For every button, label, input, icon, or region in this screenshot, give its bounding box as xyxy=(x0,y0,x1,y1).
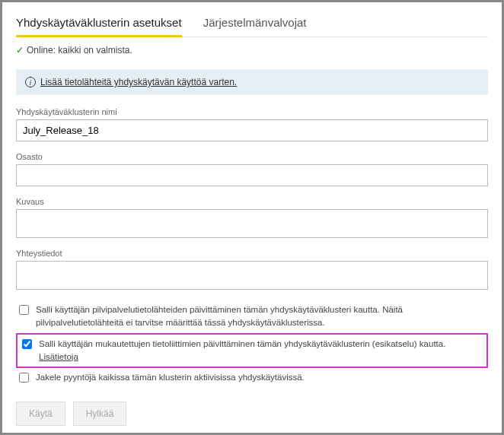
cluster-name-label: Yhdyskäytäväklusterin nimi xyxy=(16,107,488,116)
cluster-name-input[interactable] xyxy=(16,119,488,141)
contact-label: Yhteystiedot xyxy=(16,249,488,258)
infobar: i Lisää tietolähteitä yhdyskäytävän käyt… xyxy=(16,69,488,95)
learn-more-link[interactable]: Lisätietoja xyxy=(39,352,78,361)
description-label: Kuvaus xyxy=(16,197,488,206)
status-row: ✓Online: kaikki on valmista. xyxy=(16,45,488,56)
status-text: Online: kaikki on valmista. xyxy=(27,45,132,56)
check-icon: ✓ xyxy=(16,45,24,56)
tabs: Yhdyskäytäväklusterin asetukset Järjeste… xyxy=(16,13,488,37)
info-icon: i xyxy=(25,77,36,87)
checkbox-cloud-label: Salli käyttäjän pilvipalvelutietolähteid… xyxy=(36,303,488,330)
tab-admins[interactable]: Järjestelmänvalvojat xyxy=(203,13,307,37)
infobar-link[interactable]: Lisää tietolähteitä yhdyskäytävän käyttö… xyxy=(40,77,237,87)
checkbox-distribute-label: Jakele pyyntöjä kaikissa tämän klusterin… xyxy=(36,371,305,384)
checkbox-custom-label: Salli käyttäjän mukautettujen tietoliitt… xyxy=(39,339,445,348)
discard-button[interactable]: Hylkää xyxy=(73,402,127,426)
description-input[interactable] xyxy=(16,209,488,238)
department-input[interactable] xyxy=(16,164,488,186)
department-label: Osasto xyxy=(16,152,488,161)
tab-settings[interactable]: Yhdyskäytäväklusterin asetukset xyxy=(16,13,182,37)
apply-button[interactable]: Käytä xyxy=(16,402,65,426)
contact-input[interactable] xyxy=(16,261,488,290)
checkbox-cloud-sources[interactable] xyxy=(19,305,29,315)
checkbox-distribute[interactable] xyxy=(19,373,29,383)
checkbox-custom-connectors[interactable] xyxy=(22,339,32,349)
